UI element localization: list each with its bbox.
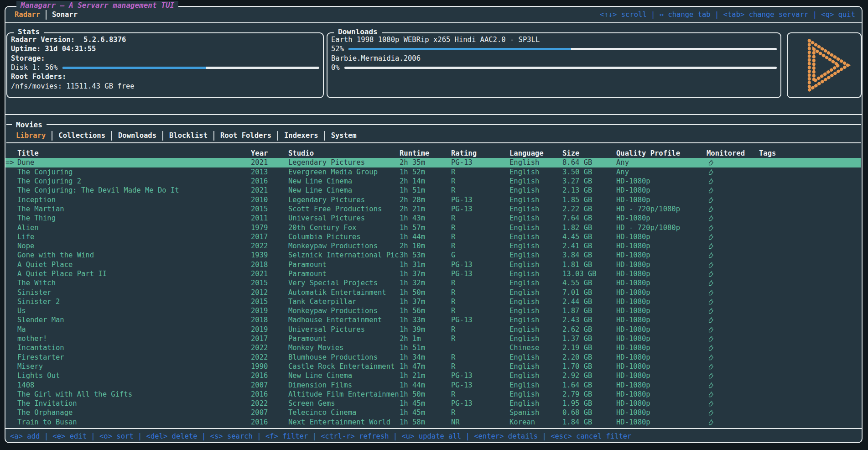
movie-row[interactable]: The Martian2015Scott Free Productions2h … [5,204,861,214]
cell-language: English [509,158,562,167]
cell-studio: Legendary Pictures [288,196,400,204]
movies-panel-title: Movies [12,120,47,129]
cell-quality_profile: HD-1080p [616,399,707,408]
movie-row[interactable]: Nope2022Monkeypaw Productions2h 10mREngl… [5,241,861,251]
monitored-tag-icon [707,363,714,370]
cell-quality_profile: HD-1080p [616,307,707,315]
movie-row[interactable]: Slender Man2018Madhouse Entertainment1h … [5,315,861,324]
movie-row[interactable]: The Orphanage2007Telecinco Cinema1h 45mR… [5,408,861,417]
cell-size: 2.19 GB [562,344,616,352]
cell-year: 2022 [251,242,288,250]
cell-year: 2007 [251,408,288,417]
cell-title: Alien [17,224,251,232]
cell-size: 3.50 GB [562,168,616,176]
movie-row[interactable]: The Conjuring: The Devil Made Me Do It20… [5,186,861,195]
movie-row[interactable]: Lights Out2016New Line Cinema1h 21mPG-13… [5,371,861,380]
movie-row[interactable]: Us2019Monkeypaw Productions1h 56mREnglis… [5,306,861,315]
movie-row[interactable]: The Invitation2022Screen Gems1h 45mPG-13… [5,399,861,408]
movie-row[interactable]: Alien197920th Century Fox1h 57mREnglish1… [5,223,861,232]
servarr-tab-sonarr[interactable]: Sonarr [47,10,83,19]
tab-collections[interactable]: Collections [52,131,111,140]
tab-root-folders[interactable]: Root Folders [214,131,277,140]
movie-row[interactable]: A Quiet Place Part II2021Paramount1h 37m… [5,269,861,278]
cell-rating: PG-13 [451,270,509,278]
cell-title: The Invitation [17,399,251,408]
cell-studio: Next Entertainment World [288,418,400,426]
cell-studio: Paramount [288,270,400,278]
tab-library[interactable]: Library [10,131,52,140]
app-frame: Managarr — A Servarr management TUI Rada… [5,6,863,443]
movie-row[interactable]: 14082007Dimension Films1h 44mPG-13Englis… [5,380,861,389]
movie-row[interactable]: Firestarter2022Blumhouse Productions1h 3… [5,353,861,362]
movie-row[interactable]: The Conjuring 22016New Line Cinema2h 14m… [5,177,861,186]
movie-row[interactable]: The Thing2011Universal Pictures1h 43mREn… [5,214,861,223]
cell-title: Dune [17,158,251,167]
movie-row[interactable]: mother!2017Paramount2h 1mREnglish1.37 GB… [5,334,861,343]
cell-runtime: 1h 33m [400,316,451,324]
movie-row[interactable]: Ma2019Universal Pictures1h 39mREnglish2.… [5,325,861,334]
cell-studio: Telecinco Cinema [288,408,400,417]
movie-row[interactable]: Inception2010Legendary Pictures2h 28mPG-… [5,195,861,204]
servarr-tab-radarr[interactable]: Radarr [9,10,46,19]
cell-quality_profile: HD-1080p [616,177,707,185]
cell-year: 2022 [251,344,288,352]
cell-studio: 20th Century Fox [288,224,400,232]
cell-rating: R [451,335,509,343]
monitored-tag-icon [707,280,714,287]
cell-language: English [509,316,562,324]
movie-row[interactable]: Incantation2022Monkey Movies1h 51mChines… [5,343,861,352]
tab-indexers[interactable]: Indexers [278,131,324,140]
legend-line-right [47,124,861,125]
cell-language: English [509,381,562,389]
cell-rating: R [451,362,509,371]
movie-row[interactable]: The Witch2015Very Special Projects1h 32m… [5,278,861,288]
cell-quality_profile: HD-1080p [616,390,707,398]
movie-row[interactable]: Train to Busan2016Next Entertainment Wor… [5,418,861,427]
cell-monitored [707,186,759,194]
tab-blocklist[interactable]: Blocklist [163,131,213,140]
cell-language: English [509,399,562,408]
movie-row[interactable]: Misery1990Castle Rock Entertainment1h 47… [5,362,861,371]
cell-year: 2011 [251,214,288,222]
cell-monitored [707,214,759,222]
movie-row[interactable]: The Girl with All the Gifts2016Altitude … [5,390,861,399]
movie-row[interactable]: Sinister2012Automatik Entertainment1h 50… [5,288,861,297]
cell-studio: Selznick International Pic [288,251,400,259]
cell-monitored [707,353,759,361]
cell-quality_profile: HD-1080p [616,316,707,324]
cell-language: English [509,325,562,334]
cell-title: Nope [17,242,251,250]
disk-usage-gauge-fill [62,67,206,69]
monitored-tag-icon [707,308,714,314]
cell-runtime: 1h 31m [400,261,451,269]
movie-row[interactable]: A Quiet Place2018Paramount1h 31mPG-13Eng… [5,260,861,269]
cell-size: 1.85 GB [562,196,616,204]
cell-language: English [509,335,562,343]
cell-studio: Paramount [288,261,400,269]
stats-panel: Stats Radarr Version:5.2.6.8376 Uptime:3… [6,32,324,98]
movie-row[interactable]: Gone with the Wind1939Selznick Internati… [5,251,861,260]
download-item-title: Barbie.Mermaidia.2006 [331,54,777,63]
cell-size: 2.44 GB [562,298,616,306]
movie-row[interactable]: =>Dune2021Legendary Pictures2h 35mPG-13E… [5,158,861,167]
movie-row[interactable]: Sinister 22015Tank Caterpillar1h 37mREng… [5,297,861,306]
cell-rating: R [451,408,509,417]
cell-size: 4.55 GB [562,279,616,287]
section-separator-line [5,114,862,115]
cell-size: 1.82 GB [562,224,616,232]
cell-studio: Universal Pictures [288,214,400,222]
cell-runtime: 1h 45m [400,399,451,408]
cell-title: The Thing [17,214,251,222]
cell-title: Life [17,233,251,241]
cell-size: 2.22 GB [562,205,616,213]
download-item-progress-row: 0% [331,63,777,72]
movie-row[interactable]: The Conjuring2013Evergreen Media Group1h… [5,167,861,177]
cell-title: The Conjuring 2 [17,177,251,185]
cell-quality_profile: HD-1080p [616,242,707,250]
cell-size: 13.03 GB [562,270,616,278]
movie-row[interactable]: Life2017Columbia Pictures1h 44mREnglish4… [5,232,861,241]
cell-monitored [707,288,759,297]
col-studio: Studio [288,149,400,157]
tab-system[interactable]: System [325,131,363,140]
tab-downloads[interactable]: Downloads [112,131,162,140]
